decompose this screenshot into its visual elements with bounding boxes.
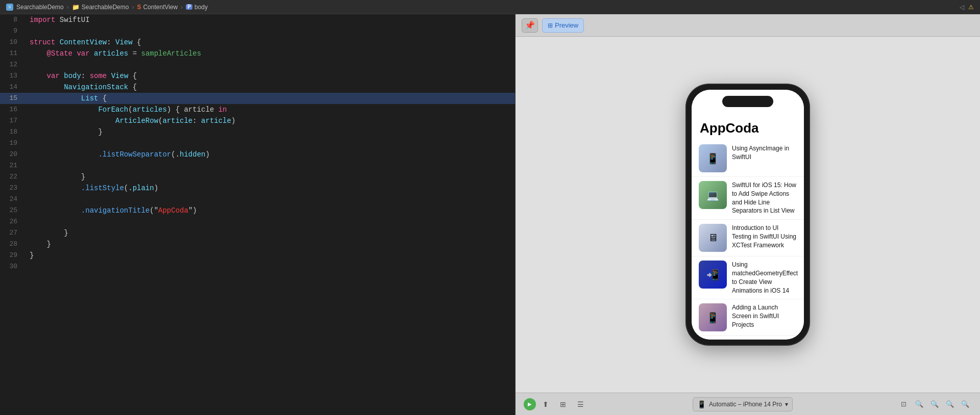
preview-btn-icon: ⊞ xyxy=(548,22,553,29)
line-number: 13 xyxy=(0,70,26,82)
line-content: ArticleRow(article: article) xyxy=(26,115,515,126)
zoom-50-button[interactable]: 🔍 xyxy=(928,398,941,411)
article-thumbnail: 📱 xyxy=(699,144,727,172)
code-lines: 8import SwiftUI9 10struct ContentView: V… xyxy=(0,14,515,272)
article-thumbnail: 🖥 xyxy=(699,224,727,252)
grid-button[interactable]: ⊞ xyxy=(555,398,571,411)
article-title: Adding a Launch Screen in SwiftUI Projec… xyxy=(732,303,797,329)
article-title: Introduction to UI Testing in SwiftUI Us… xyxy=(732,224,797,249)
device-selector[interactable]: 📱 Automatic – iPhone 14 Pro ▾ xyxy=(693,397,793,411)
article-item[interactable]: 💻SwiftUI for iOS 15: How to Add Swipe Ac… xyxy=(692,177,804,220)
code-line-30: 30 xyxy=(0,261,515,272)
bottom-left-buttons: ▶ ⬆ ⊞ ☰ xyxy=(524,398,588,411)
line-number: 10 xyxy=(0,37,26,48)
preview-btn-label: Preview xyxy=(555,21,578,29)
code-line-14: 14 NavigationStack { xyxy=(0,82,515,93)
line-number: 25 xyxy=(0,205,26,216)
article-title: SwiftUI for iOS 15: How to Add Swipe Act… xyxy=(732,181,797,215)
line-number: 17 xyxy=(0,115,26,126)
breadcrumb-sep-2: › xyxy=(132,4,134,11)
code-line-22: 22 } xyxy=(0,171,515,183)
line-number: 28 xyxy=(0,239,26,250)
breadcrumb-folder[interactable]: 📁 SearchableDemo xyxy=(72,4,129,11)
line-content xyxy=(26,25,515,37)
top-bar-right: ◁ ⚠ xyxy=(960,4,974,11)
code-line-20: 20 .listRowSeparator(.hidden) xyxy=(0,149,515,160)
breadcrumb-sep-1: › xyxy=(67,4,69,11)
line-number: 18 xyxy=(0,126,26,138)
code-line-16: 16 ForEach(articles) { article in xyxy=(0,104,515,115)
zoom-100-button[interactable]: 🔍 xyxy=(959,398,972,411)
back-icon[interactable]: ◁ xyxy=(960,4,964,11)
chevron-down-icon: ▾ xyxy=(785,401,788,408)
line-number: 8 xyxy=(0,14,26,25)
article-item[interactable]: 🖥Introduction to UI Testing in SwiftUI U… xyxy=(692,220,804,256)
export-button[interactable]: ⬆ xyxy=(538,398,553,411)
code-line-28: 28 } xyxy=(0,239,515,250)
line-content: .listRowSeparator(.hidden) xyxy=(26,149,515,160)
article-item[interactable]: 📸How to Record Videos and Animated Gifs … xyxy=(692,336,804,340)
line-number: 24 xyxy=(0,194,26,205)
article-item[interactable]: 📱Adding a Launch Screen in SwiftUI Proje… xyxy=(692,299,804,336)
breadcrumb-app[interactable]: SearchableDemo xyxy=(16,4,64,11)
article-thumbnail: 💻 xyxy=(699,181,727,209)
line-content: NavigationStack { xyxy=(26,82,515,93)
line-number: 27 xyxy=(0,227,26,239)
phone-container: AppCoda 📱Using AsyncImage in SwiftUI💻Swi… xyxy=(516,37,980,393)
iphone-mockup: AppCoda 📱Using AsyncImage in SwiftUI💻Swi… xyxy=(687,85,809,345)
warning-icon[interactable]: ⚠ xyxy=(968,4,974,11)
main-area: 8import SwiftUI9 10struct ContentView: V… xyxy=(0,14,980,415)
line-content: struct ContentView: View { xyxy=(26,37,515,48)
line-number: 19 xyxy=(0,138,26,149)
code-line-17: 17 ArticleRow(article: article) xyxy=(0,115,515,126)
code-line-11: 11 @State var articles = sampleArticles xyxy=(0,48,515,59)
line-content: import SwiftUI xyxy=(26,14,515,25)
pin-button[interactable]: 📌 xyxy=(522,18,538,33)
article-title: Using AsyncImage in SwiftUI xyxy=(732,144,797,162)
folder-icon: 📁 xyxy=(72,4,80,11)
line-content: .listStyle(.plain) xyxy=(26,183,515,194)
article-list[interactable]: 📱Using AsyncImage in SwiftUI💻SwiftUI for… xyxy=(692,140,804,340)
line-content: } xyxy=(26,250,515,261)
line-content xyxy=(26,194,515,205)
inspector-button[interactable]: ☰ xyxy=(573,398,588,411)
line-number: 16 xyxy=(0,104,26,115)
preview-pane: 📌 ⊞ Preview AppCoda 📱Using AsyncImage in… xyxy=(516,14,980,415)
line-number: 23 xyxy=(0,183,26,194)
code-editor[interactable]: 8import SwiftUI9 10struct ContentView: V… xyxy=(0,14,516,415)
zoom-in-button[interactable]: 🔍 xyxy=(943,398,957,411)
article-thumbnail: 📱 xyxy=(699,303,727,331)
breadcrumb-sep-3: › xyxy=(181,4,183,11)
zoom-out-button[interactable]: 🔍 xyxy=(913,398,926,411)
code-line-25: 25 .navigationTitle("AppCoda") xyxy=(0,205,515,216)
line-content: .navigationTitle("AppCoda") xyxy=(26,205,515,216)
breadcrumb-symbol[interactable]: P body xyxy=(186,4,208,11)
top-bar: S SearchableDemo › 📁 SearchableDemo › S … xyxy=(0,0,980,14)
zoom-fit-button[interactable]: ⊡ xyxy=(897,398,911,411)
iphone-screen: AppCoda 📱Using AsyncImage in SwiftUI💻Swi… xyxy=(692,90,804,340)
pin-icon: 📌 xyxy=(525,20,535,30)
breadcrumb-file[interactable]: S ContentView xyxy=(137,4,178,11)
code-line-23: 23 .listStyle(.plain) xyxy=(0,183,515,194)
preview-button[interactable]: ⊞ Preview xyxy=(542,18,584,33)
line-number: 15 xyxy=(0,93,26,104)
preview-toolbar: 📌 ⊞ Preview xyxy=(516,14,980,37)
play-button[interactable]: ▶ xyxy=(524,398,536,410)
app-screen: AppCoda 📱Using AsyncImage in SwiftUI💻Swi… xyxy=(692,90,804,340)
line-number: 9 xyxy=(0,25,26,37)
code-line-8: 8import SwiftUI xyxy=(0,14,515,25)
code-line-13: 13 var body: some View { xyxy=(0,70,515,82)
app-title: AppCoda xyxy=(692,115,804,140)
article-item[interactable]: 📲Using matchedGeometryEffect to Create V… xyxy=(692,256,804,299)
code-line-12: 12 xyxy=(0,59,515,70)
line-number: 20 xyxy=(0,149,26,160)
code-line-21: 21 xyxy=(0,160,515,171)
code-line-29: 29} xyxy=(0,250,515,261)
line-number: 11 xyxy=(0,48,26,59)
line-content xyxy=(26,261,515,272)
iphone-notch xyxy=(722,96,773,107)
swift-icon: S xyxy=(137,4,141,11)
article-item[interactable]: 📱Using AsyncImage in SwiftUI xyxy=(692,140,804,177)
app-icon: S xyxy=(6,4,13,11)
line-content: } xyxy=(26,239,515,250)
